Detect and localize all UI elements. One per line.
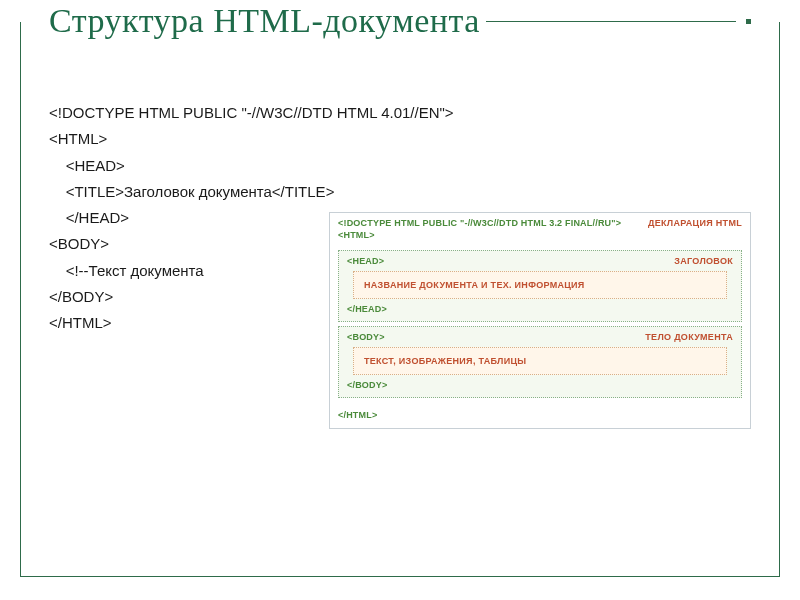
code-line: <HTML> (49, 126, 329, 152)
body-inner-box: ТЕКСТ, ИЗОБРАЖЕНИЯ, ТАБЛИЦЫ (353, 347, 727, 375)
code-line: <TITLE>Заголовок документа</TITLE> (49, 179, 329, 205)
code-line: </HEAD> (49, 205, 329, 231)
diagram-row: <!DOCTYPE HTML PUBLIC "-//W3C//DTD HTML … (338, 217, 742, 229)
html-open-tag: <HTML> (338, 230, 375, 240)
diagram-declaration: <!DOCTYPE HTML PUBLIC "-//W3C//DTD HTML … (330, 213, 750, 247)
diagram-body-block: <BODY> ТЕЛО ДОКУМЕНТА ТЕКСТ, ИЗОБРАЖЕНИЯ… (338, 326, 742, 398)
title-row: Структура HTML-документа (49, 2, 751, 40)
title-dot-icon (746, 19, 751, 24)
body-close-tag: </BODY> (347, 380, 387, 390)
code-line: <BODY> (49, 231, 329, 257)
content-area: <!DOCTYPE HTML PUBLIC "-//W3C//DTD HTML … (49, 100, 751, 429)
diagram-html-close: </HTML> (330, 402, 750, 428)
doctype-tag: <!DOCTYPE HTML PUBLIC "-//W3C//DTD HTML … (338, 218, 621, 228)
body-label: ТЕЛО ДОКУМЕНТА (645, 332, 733, 342)
structure-diagram: <!DOCTYPE HTML PUBLIC "-//W3C//DTD HTML … (329, 212, 751, 429)
slide-title: Структура HTML-документа (49, 2, 486, 40)
diagram-head-block: <HEAD> ЗАГОЛОВОК НАЗВАНИЕ ДОКУМЕНТА И ТЕ… (338, 250, 742, 322)
head-label: ЗАГОЛОВОК (674, 256, 733, 266)
code-line: <!DOCTYPE HTML PUBLIC "-//W3C//DTD HTML … (49, 100, 329, 126)
head-inner-box: НАЗВАНИЕ ДОКУМЕНТА И ТЕХ. ИНФОРМАЦИЯ (353, 271, 727, 299)
html-close-tag: </HTML> (338, 410, 377, 420)
declaration-label: ДЕКЛАРАЦИЯ HTML (648, 218, 742, 228)
code-line: <!--Текст документа (49, 258, 329, 284)
diagram-row: <HTML> (338, 229, 742, 241)
diagram-row: </HEAD> (347, 303, 733, 315)
code-line: </BODY> (49, 284, 329, 310)
diagram-row: <BODY> ТЕЛО ДОКУМЕНТА (347, 331, 733, 343)
slide-frame: Структура HTML-документа <!DOCTYPE HTML … (20, 22, 780, 577)
title-rule (486, 21, 736, 22)
code-listing: <!DOCTYPE HTML PUBLIC "-//W3C//DTD HTML … (49, 100, 329, 336)
body-open-tag: <BODY> (347, 332, 385, 342)
diagram-row: <HEAD> ЗАГОЛОВОК (347, 255, 733, 267)
code-line: </HTML> (49, 310, 329, 336)
diagram-row: </BODY> (347, 379, 733, 391)
head-close-tag: </HEAD> (347, 304, 387, 314)
code-line: <HEAD> (49, 153, 329, 179)
head-open-tag: <HEAD> (347, 256, 384, 266)
